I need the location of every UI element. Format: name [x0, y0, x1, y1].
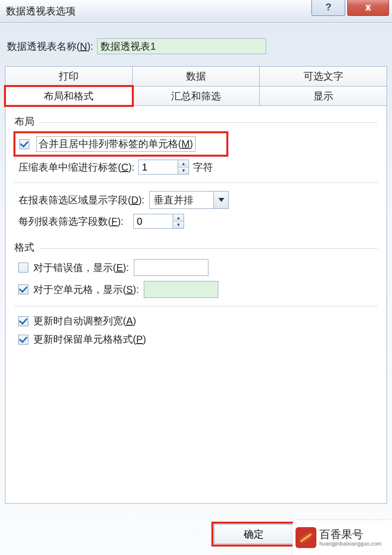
autofit-checkbox[interactable]	[18, 316, 28, 326]
window-controls: ? x	[311, 0, 392, 16]
autofit-label: 更新时自动调整列宽(A)	[33, 314, 136, 328]
fields-per-col-label: 每列报表筛选字段数(F):	[18, 215, 123, 228]
watermark-icon	[295, 527, 316, 548]
indent-spinner-buttons: ▲ ▼	[178, 160, 189, 175]
watermark-url: huangjinbaixiangguo.com	[319, 541, 382, 547]
watermark-cn: 百香果号	[319, 529, 382, 541]
tab-data[interactable]: 数据	[132, 66, 260, 86]
watermark: 百香果号 huangjinbaixiangguo.com	[293, 520, 392, 555]
fields-display-value: 垂直并排	[149, 191, 214, 209]
error-show-label: 对于错误值，显示(E):	[33, 261, 129, 275]
help-icon: ?	[325, 1, 331, 13]
group-format-label: 格式	[14, 241, 378, 254]
error-show-input[interactable]	[134, 259, 208, 276]
fields-display-dropdown[interactable]: 垂直并排	[149, 191, 229, 209]
fields-per-col-input[interactable]	[133, 214, 173, 229]
error-show-checkbox[interactable]	[18, 263, 28, 273]
fields-display-label: 在报表筛选区域显示字段(D):	[18, 193, 144, 207]
fields-per-col-row: 每列报表筛选字段数(F): ▲ ▼	[18, 214, 378, 229]
fields-display-row: 在报表筛选区域显示字段(D): 垂直并排	[18, 191, 378, 209]
tab-layout-format[interactable]: 布局和格式	[5, 86, 133, 106]
preserve-fmt-checkbox[interactable]	[18, 335, 28, 345]
indent-spin-down[interactable]: ▼	[178, 168, 189, 175]
indent-input[interactable]	[138, 160, 178, 175]
autofit-row: 更新时自动调整列宽(A)	[18, 314, 378, 328]
fields-per-col-spin-up[interactable]: ▲	[173, 214, 184, 222]
titlebar: 数据透视表选项 ? x	[0, 0, 392, 23]
separator	[14, 183, 378, 183]
separator-2	[14, 306, 378, 306]
close-button[interactable]: x	[347, 0, 389, 16]
empty-show-row: 对于空单元格，显示(S):	[18, 281, 378, 298]
tabs-container: 打印 数据 可选文字 布局和格式 汇总和筛选 显示 布局 合并且居中排列带标签的…	[5, 66, 387, 504]
group-layout-label: 布局	[14, 115, 378, 128]
pivot-name-row: 数据透视表名称(N):	[7, 38, 387, 54]
indent-row: 压缩表单中缩进行标签(C): ▲ ▼ 字符	[18, 160, 378, 175]
dialog-body: 数据透视表名称(N): 打印 数据 可选文字 布局和格式 汇总和筛选 显示 布局	[0, 23, 392, 555]
indent-label: 压缩表单中缩进行标签(C):	[18, 161, 134, 174]
merge-center-checkbox[interactable]	[19, 139, 29, 149]
empty-show-label: 对于空单元格，显示(S):	[33, 283, 139, 296]
tab-display[interactable]: 显示	[259, 86, 387, 106]
watermark-text: 百香果号 huangjinbaixiangguo.com	[319, 529, 382, 547]
preserve-fmt-row: 更新时保留单元格格式(P)	[18, 333, 378, 346]
ok-button[interactable]: 确定	[214, 524, 294, 544]
tabs-row-1: 打印 数据 可选文字	[5, 66, 387, 86]
indent-spinner: ▲ ▼	[138, 160, 189, 175]
tab-totals-filters[interactable]: 汇总和筛选	[132, 86, 260, 106]
chevron-down-icon[interactable]	[214, 191, 229, 209]
pivot-name-label: 数据透视表名称(N):	[7, 40, 93, 53]
pivot-name-input[interactable]	[97, 38, 266, 54]
indent-spin-up[interactable]: ▲	[178, 160, 189, 168]
merge-center-row: 合并且居中排列带标签的单元格(M)	[15, 133, 378, 155]
tabs-row-2: 布局和格式 汇总和筛选 显示	[5, 86, 387, 106]
empty-show-checkbox[interactable]	[18, 284, 28, 294]
preserve-fmt-label: 更新时保留单元格格式(P)	[33, 333, 146, 346]
empty-show-input[interactable]	[144, 281, 218, 298]
tab-panel-layout-format: 布局 合并且居中排列带标签的单元格(M) 压缩表单中缩进行标签(C): ▲	[5, 106, 387, 504]
indent-suffix: 字符	[193, 161, 213, 174]
merge-center-label: 合并且居中排列带标签的单元格(M)	[36, 136, 196, 152]
fields-per-col-spinner-buttons: ▲ ▼	[173, 214, 184, 229]
tab-print[interactable]: 打印	[5, 66, 133, 86]
fields-per-col-spinner: ▲ ▼	[133, 214, 184, 229]
dialog-title: 数据透视表选项	[6, 4, 76, 18]
fields-per-col-spin-down[interactable]: ▼	[173, 222, 184, 229]
help-button[interactable]: ?	[311, 0, 345, 16]
error-show-row: 对于错误值，显示(E):	[18, 259, 378, 276]
close-icon: x	[365, 1, 371, 13]
tab-alttext[interactable]: 可选文字	[259, 66, 387, 86]
